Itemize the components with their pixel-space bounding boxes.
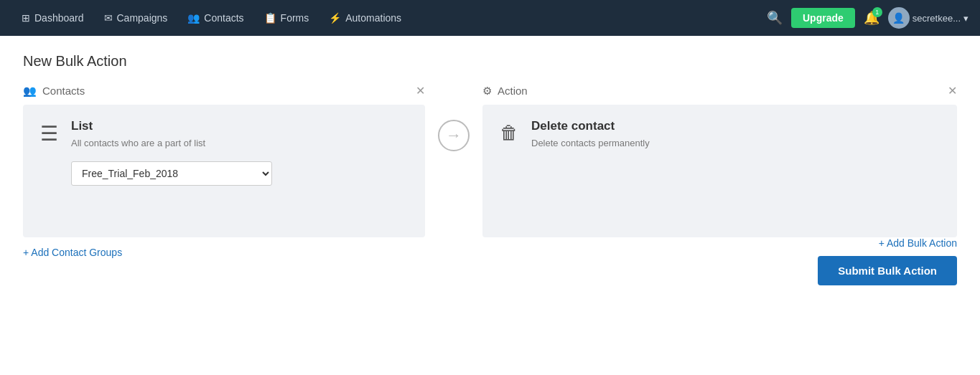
action-panel: ⚙ Action ✕ 🗑 Delete contact Delete conta…: [482, 84, 957, 285]
avatar-placeholder: 👤: [892, 12, 905, 24]
contacts-card-body: ☰ List All contacts who are a part of li…: [40, 119, 408, 186]
nav-items: ⊞ Dashboard ✉ Campaigns 👥 Contacts 📋 For…: [11, 0, 767, 36]
page-title: New Bulk Action: [23, 53, 957, 70]
list-card-subtitle: All contacts who are a part of list: [71, 138, 408, 148]
nav-campaigns-label: Campaigns: [117, 12, 168, 24]
navbar: ⊞ Dashboard ✉ Campaigns 👥 Contacts 📋 For…: [0, 0, 980, 36]
contacts-icon: 👥: [187, 12, 200, 24]
contacts-header-left: 👥 Contacts: [23, 85, 85, 98]
nav-automations-label: Automations: [345, 12, 401, 24]
contacts-close-button[interactable]: ✕: [416, 84, 425, 98]
contacts-panel-header: 👥 Contacts ✕: [23, 84, 425, 105]
dashboard-icon: ⊞: [22, 12, 30, 24]
action-card-content: Delete contact Delete contacts permanent…: [531, 119, 940, 161]
action-card-body: 🗑 Delete contact Delete contacts permane…: [500, 119, 940, 161]
search-icon[interactable]: 🔍: [767, 10, 783, 26]
delete-contact-subtitle: Delete contacts permanently: [531, 138, 940, 148]
trash-icon: 🗑: [500, 122, 518, 144]
submit-bulk-action-button[interactable]: Submit Bulk Action: [818, 256, 957, 285]
bell-badge: 1: [872, 7, 882, 17]
nav-dashboard-label: Dashboard: [34, 12, 84, 24]
arrow-circle: →: [438, 120, 470, 151]
arrow-right-icon: →: [446, 126, 462, 145]
nav-item-dashboard[interactable]: ⊞ Dashboard: [11, 0, 94, 36]
chevron-down-icon: ▾: [963, 13, 969, 24]
arrow-middle: →: [425, 84, 482, 151]
action-close-button[interactable]: ✕: [948, 84, 957, 98]
campaigns-icon: ✉: [104, 12, 113, 24]
add-bulk-action-link[interactable]: + Add Bulk Action: [879, 237, 957, 249]
bulk-layout: 👥 Contacts ✕ ☰ List All contacts who are…: [23, 84, 957, 285]
action-panel-title: Action: [498, 85, 528, 97]
contacts-bottom: + Add Contact Groups: [23, 246, 425, 259]
contacts-card: ☰ List All contacts who are a part of li…: [23, 105, 425, 237]
action-header-left: ⚙ Action: [482, 85, 528, 98]
contacts-panel: 👥 Contacts ✕ ☰ List All contacts who are…: [23, 84, 425, 259]
list-card-title: List: [71, 119, 408, 133]
user-label: secretkee...: [913, 13, 961, 24]
right-actions: + Add Bulk Action Submit Bulk Action: [482, 237, 957, 285]
automations-icon: ⚡: [329, 12, 341, 24]
contacts-card-content: List All contacts who are a part of list…: [71, 119, 408, 186]
action-card: 🗑 Delete contact Delete contacts permane…: [482, 105, 957, 237]
nav-item-forms[interactable]: 📋 Forms: [254, 0, 319, 36]
nav-right: 🔍 Upgrade 🔔 1 👤 secretkee... ▾: [767, 7, 969, 29]
nav-item-contacts[interactable]: 👥 Contacts: [177, 0, 253, 36]
user-avatar-wrap[interactable]: 👤 secretkee... ▾: [888, 7, 969, 29]
nav-item-campaigns[interactable]: ✉ Campaigns: [94, 0, 178, 36]
gear-icon: ⚙: [482, 85, 492, 98]
list-icon: ☰: [40, 122, 58, 146]
contacts-group-icon: 👥: [23, 85, 37, 98]
action-panel-header: ⚙ Action ✕: [482, 84, 957, 105]
contacts-panel-title: Contacts: [42, 85, 85, 97]
delete-contact-title: Delete contact: [531, 119, 940, 133]
forms-icon: 📋: [264, 12, 276, 24]
upgrade-button[interactable]: Upgrade: [791, 8, 855, 28]
add-contact-groups-link[interactable]: + Add Contact Groups: [23, 247, 122, 258]
main-content: New Bulk Action 👥 Contacts ✕ ☰ List All …: [0, 36, 980, 375]
bell-wrap[interactable]: 🔔 1: [864, 10, 879, 26]
nav-forms-label: Forms: [281, 12, 309, 24]
nav-item-automations[interactable]: ⚡ Automations: [319, 0, 411, 36]
list-dropdown[interactable]: Free_Trial_Feb_2018: [71, 161, 272, 186]
nav-contacts-label: Contacts: [204, 12, 243, 24]
avatar: 👤: [888, 7, 910, 29]
